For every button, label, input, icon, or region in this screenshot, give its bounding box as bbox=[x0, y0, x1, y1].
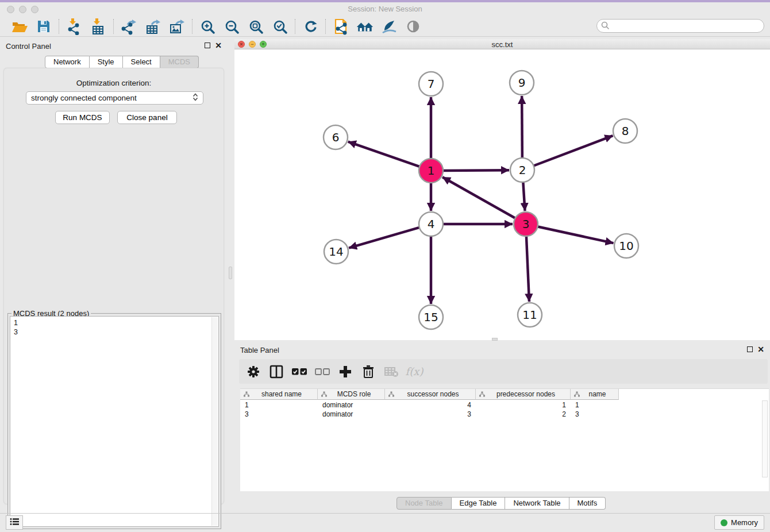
run-mcds-button[interactable]: Run MCDS bbox=[55, 111, 110, 124]
table-scrollbar[interactable] bbox=[762, 400, 768, 477]
column-header-name[interactable]: name bbox=[571, 389, 619, 400]
column-header-predecessor-nodes[interactable]: predecessor nodes bbox=[476, 389, 571, 400]
table-cell[interactable]: dominator bbox=[318, 400, 385, 410]
tab-select[interactable]: Select bbox=[123, 56, 160, 68]
horizontal-splitter-grip[interactable] bbox=[492, 338, 498, 341]
edge-3-1[interactable] bbox=[442, 177, 516, 218]
table-options-gear-icon[interactable] bbox=[246, 364, 261, 379]
edge-2-8[interactable] bbox=[533, 136, 613, 166]
table-row[interactable]: 3dominator323 bbox=[240, 410, 619, 419]
refresh-network-icon[interactable] bbox=[301, 18, 319, 35]
table-panel-title: Table Panel bbox=[240, 346, 279, 354]
table-row[interactable]: 1dominator411 bbox=[240, 400, 619, 410]
tab-motifs[interactable]: Motifs bbox=[569, 497, 606, 510]
tab-style[interactable]: Style bbox=[90, 56, 123, 68]
export-image-icon[interactable] bbox=[168, 18, 186, 35]
edge-4-14[interactable] bbox=[349, 227, 421, 248]
delete-columns-icon[interactable] bbox=[361, 364, 376, 379]
zoom-in-icon[interactable] bbox=[198, 18, 217, 35]
close-panel-button[interactable]: Close panel bbox=[117, 111, 177, 124]
edge-2-9[interactable] bbox=[522, 96, 522, 159]
tab-edge-table[interactable]: Edge Table bbox=[452, 497, 506, 510]
status-bar: Memory bbox=[0, 513, 770, 532]
node-label-1: 1 bbox=[428, 164, 435, 178]
edge-3-10[interactable] bbox=[537, 226, 614, 243]
control-panel-tabs: NetworkStyleSelectMCDS bbox=[45, 56, 199, 68]
column-header-MCDS-role[interactable]: MCDS role bbox=[318, 389, 385, 400]
edge-1-6[interactable] bbox=[348, 142, 421, 167]
float-panel-icon[interactable] bbox=[205, 43, 210, 48]
zoom-out-icon[interactable] bbox=[222, 18, 241, 35]
close-table-panel-icon[interactable]: ✕ bbox=[757, 346, 764, 352]
network-window-title: scc.txt bbox=[234, 40, 770, 49]
network-window-titlebar[interactable]: × − + scc.txt bbox=[234, 39, 770, 49]
network-canvas[interactable]: 1234678910111415 bbox=[234, 49, 770, 340]
result-scrollbar[interactable] bbox=[211, 317, 218, 526]
first-neighbors-icon[interactable] bbox=[356, 18, 374, 35]
optimization-label: Optimization criterion: bbox=[4, 79, 224, 87]
zoom-fit-icon[interactable] bbox=[247, 18, 265, 35]
edge-1-2[interactable] bbox=[442, 170, 509, 171]
table-tabs: Node TableEdge TableNetwork TableMotifs bbox=[396, 497, 606, 510]
export-network-icon[interactable] bbox=[120, 18, 138, 35]
node-label-4: 4 bbox=[428, 217, 435, 231]
table-cell[interactable]: 1 bbox=[571, 400, 619, 410]
search-icon bbox=[601, 21, 610, 32]
import-table-icon[interactable] bbox=[89, 18, 107, 35]
show-panel-list-button[interactable] bbox=[6, 515, 23, 530]
table-cell[interactable]: 2 bbox=[476, 410, 571, 419]
edge-3-11[interactable] bbox=[526, 235, 529, 302]
close-panel-icon[interactable]: ✕ bbox=[215, 43, 222, 48]
mcds-result-list[interactable]: 13 bbox=[10, 316, 219, 527]
result-list-item[interactable]: 1 bbox=[14, 318, 215, 327]
table-cell[interactable]: 4 bbox=[385, 400, 476, 410]
column-header-shared-name[interactable]: shared name bbox=[240, 389, 318, 400]
mcds-result-group: MCDS result (2 nodes) 13 bbox=[7, 313, 221, 529]
table-header-row: shared nameMCDS rolesuccessor nodesprede… bbox=[240, 389, 619, 400]
table-cell[interactable]: 1 bbox=[476, 400, 571, 410]
table-cell[interactable]: 3 bbox=[571, 410, 619, 419]
table-panel: Table Panel ✕ f(x) shared nameMCDS roles… bbox=[234, 343, 770, 510]
titlebar: Session: New Session bbox=[0, 2, 770, 16]
optimization-dropdown[interactable]: strongly connected component bbox=[26, 91, 203, 105]
deselect-all-checks-icon[interactable] bbox=[315, 364, 330, 379]
node-label-8: 8 bbox=[622, 124, 629, 138]
mcds-panel: Optimization criterion: strongly connect… bbox=[3, 68, 224, 504]
tab-node-table[interactable]: Node Table bbox=[396, 497, 452, 510]
vertical-splitter-grip[interactable] bbox=[229, 267, 232, 279]
show-columns-icon[interactable] bbox=[269, 364, 284, 379]
tab-network[interactable]: Network bbox=[45, 56, 90, 68]
node-label-3: 3 bbox=[522, 217, 530, 231]
table-cell[interactable]: 1 bbox=[240, 400, 318, 410]
control-panel-title: Control Panel bbox=[6, 42, 51, 51]
float-table-panel-icon[interactable] bbox=[747, 346, 753, 352]
import-network-icon[interactable] bbox=[65, 18, 83, 35]
search-input[interactable] bbox=[596, 19, 764, 33]
clone-network-icon[interactable] bbox=[332, 18, 350, 35]
table-cell[interactable]: 3 bbox=[240, 410, 318, 419]
memory-button[interactable]: Memory bbox=[714, 515, 764, 530]
node-label-11: 11 bbox=[522, 308, 537, 322]
open-session-icon[interactable] bbox=[10, 18, 29, 35]
apply-style-icon[interactable] bbox=[380, 18, 398, 35]
table-cell[interactable]: dominator bbox=[318, 410, 385, 419]
select-all-checks-icon[interactable] bbox=[292, 364, 307, 379]
tab-mcds[interactable]: MCDS bbox=[160, 56, 199, 68]
column-header-successor-nodes[interactable]: successor nodes bbox=[385, 389, 476, 400]
list-icon bbox=[10, 518, 20, 527]
export-table-icon[interactable] bbox=[144, 18, 162, 35]
apply-function-icon: f(x) bbox=[407, 364, 422, 379]
delete-table-icon bbox=[384, 364, 399, 379]
show-hide-panels-icon[interactable] bbox=[404, 18, 422, 35]
memory-label: Memory bbox=[731, 518, 758, 527]
zoom-selected-icon[interactable] bbox=[271, 18, 289, 35]
network-view-window: × − + scc.txt 1234678910111415 bbox=[234, 39, 770, 340]
tab-network-table[interactable]: Network Table bbox=[505, 497, 569, 510]
table-cell[interactable]: 3 bbox=[385, 410, 476, 419]
save-session-icon[interactable] bbox=[34, 18, 53, 35]
edge-2-3[interactable] bbox=[523, 181, 525, 211]
table-toolbar: f(x) bbox=[239, 359, 768, 384]
result-list-item[interactable]: 3 bbox=[14, 327, 215, 337]
add-column-icon[interactable] bbox=[338, 364, 353, 379]
dropdown-stepper-icon bbox=[192, 92, 198, 103]
